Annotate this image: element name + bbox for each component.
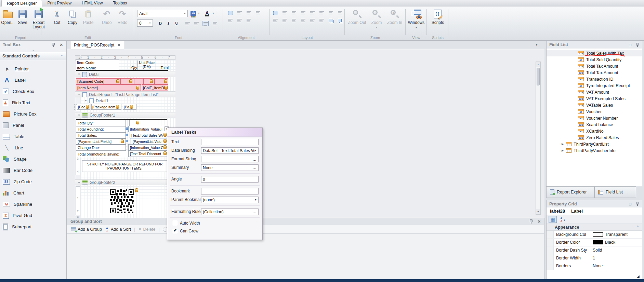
field-item-name[interactable]: [Item Name]	[76, 84, 141, 91]
windows-button[interactable]: Windows▼	[407, 9, 426, 29]
toolbox-item[interactable]: Picture Box	[0, 108, 66, 120]
header-cell-unit-price[interactable]: Unit Price(RM)	[137, 61, 156, 70]
decrease-h-spacing[interactable]	[328, 10, 334, 15]
align-middles[interactable]	[236, 18, 243, 23]
angle-input[interactable]: 0	[201, 176, 259, 183]
format-string-input[interactable]: …	[201, 156, 259, 162]
pin-icon[interactable]	[51, 43, 55, 47]
align-text-left-button[interactable]	[184, 21, 191, 26]
fit-width[interactable]	[281, 10, 288, 15]
toolbox-item[interactable]: Bar Code	[0, 165, 66, 176]
center-vertically[interactable]	[318, 18, 325, 23]
field-scanned-code[interactable]: [Scanned Code]	[76, 78, 120, 84]
footer-value[interactable]: [Text.Total Discount	[128, 150, 169, 157]
tab-list-dropdown-icon[interactable]: ▼	[535, 43, 538, 46]
selection-handle[interactable]	[126, 140, 128, 142]
property-row[interactable]: Border Width 1	[547, 254, 642, 262]
field-list-item[interactable]: 123 Xcard balance	[547, 121, 642, 128]
property-row[interactable]: Background Col Transparent	[547, 231, 642, 239]
band-collapse-icon[interactable]: ▼	[78, 73, 80, 76]
pin-icon[interactable]	[635, 202, 639, 206]
remove-v-spacing[interactable]	[300, 18, 306, 23]
field-list-item[interactable]: ab XCardNo	[547, 128, 642, 134]
align-tops[interactable]	[227, 18, 234, 23]
text-highlight-button[interactable]: ab	[190, 10, 197, 17]
scrollbar-thumb[interactable]	[537, 68, 540, 85]
fit-height[interactable]	[291, 10, 297, 15]
field-package3[interactable]: [Pa	[123, 104, 136, 110]
bold-button[interactable]: B	[157, 19, 164, 27]
align-rights[interactable]	[255, 10, 261, 15]
toolbox-item[interactable]: Zip Code	[0, 176, 66, 187]
maximize-icon[interactable]: □	[629, 202, 631, 206]
field-list-item[interactable]: 123 VAT Amount	[547, 89, 642, 95]
scroll-up-icon[interactable]: ▲	[0, 49, 66, 51]
maximize-icon[interactable]: □	[629, 43, 631, 47]
can-grow-checkbox[interactable]: ✔	[173, 229, 177, 233]
toolbox-item[interactable]: Sparkline	[0, 199, 66, 210]
field-list-item[interactable]: 123 Zero Rated Sales	[547, 134, 642, 141]
redo-button[interactable]: ↷Redo	[114, 9, 131, 25]
collapse-icon[interactable]: ^	[61, 54, 63, 58]
band-group-footer2[interactable]: ▼GroupFooter2	[75, 179, 175, 185]
toolbox-item[interactable]: Rich Text	[0, 97, 66, 108]
toolbox-item[interactable]: Table	[0, 131, 66, 142]
property-row[interactable]: Border Dash Sty Solid	[547, 246, 642, 254]
field-list-item[interactable]: ab Tyro Integrated Receipt	[547, 82, 642, 89]
footer-label[interactable]: Total Rounding:	[76, 126, 126, 132]
detail-cell[interactable]	[134, 78, 144, 84]
band-detail[interactable]: ▼Detail	[75, 71, 175, 77]
band-collapse-icon[interactable]: ▼	[78, 181, 80, 184]
font-size-combo[interactable]: 8▼	[137, 19, 153, 27]
field-list-item[interactable]: 123 Total Tax Amount	[547, 69, 642, 76]
field-list-item[interactable]: ab Transaction ID	[547, 76, 642, 82]
footer-value[interactable]: [Information_Value.T	[128, 126, 169, 132]
footer-value[interactable]: [Information_Value.C	[128, 144, 169, 151]
toolbox-item[interactable]: Pointer	[0, 63, 66, 75]
field-list-table-item[interactable]: ▶ ThirdPartyCardList	[547, 141, 642, 147]
bring-to-front[interactable]	[328, 18, 334, 23]
field-package2[interactable]: [Package Item	[91, 104, 121, 110]
toolbox-item[interactable]: Pivot Grid	[0, 210, 66, 221]
same-height[interactable]	[272, 18, 279, 23]
header-cell-qty[interactable]: Qty	[124, 66, 137, 70]
scripts-button[interactable]: { }Scripts	[428, 9, 447, 25]
header-cell-item-code[interactable]: Item Code	[76, 59, 119, 65]
property-row[interactable]: Border Color Black	[547, 239, 642, 246]
expand-icon[interactable]: ▶	[562, 143, 564, 146]
band-collapse-icon[interactable]: ▼	[78, 93, 80, 96]
document-tab-close-icon[interactable]: ✕	[117, 43, 120, 48]
toolbox-item[interactable]: Shape	[0, 153, 66, 165]
zoom-in-button[interactable]: +Zoom In	[385, 9, 404, 25]
increase-h-spacing[interactable]	[318, 10, 325, 15]
selection-handle[interactable]	[126, 127, 128, 130]
underline-button[interactable]: U	[173, 19, 180, 27]
delete-button[interactable]: ✕Delete	[138, 227, 155, 232]
toolbox-item[interactable]: Chart	[0, 187, 66, 199]
increase-v-spacing[interactable]	[281, 18, 288, 23]
bookmark-input[interactable]	[201, 188, 259, 194]
decrease-v-spacing[interactable]	[291, 18, 297, 23]
standard-controls-header[interactable]: Standard Controls ^	[0, 52, 66, 60]
expand-icon[interactable]: ▶	[562, 149, 564, 152]
categorized-view-button[interactable]: ▦	[549, 216, 557, 223]
ellipsis-button[interactable]: …	[252, 165, 257, 170]
field-list-item[interactable]: 123 Total Tax Amount	[547, 63, 642, 69]
category-appearance[interactable]: Appearance ^	[547, 224, 642, 231]
italic-button[interactable]: I	[165, 19, 172, 27]
auto-width-checkbox[interactable]	[173, 221, 177, 225]
scroll-corner-icon[interactable]: ◢	[637, 274, 640, 278]
remove-h-spacing[interactable]	[337, 10, 343, 15]
toolbox-item[interactable]: Line	[0, 142, 66, 153]
summary-input[interactable]: None…	[201, 164, 259, 171]
collapse-icon[interactable]: ^	[637, 225, 639, 229]
tab-field-list[interactable]: Field List	[594, 186, 636, 198]
ellipsis-button[interactable]: …	[252, 157, 257, 162]
detail-cell[interactable]	[144, 78, 155, 84]
same-width[interactable]	[309, 10, 316, 15]
field-list-item[interactable]: ab Total Sold Quantity	[547, 56, 642, 63]
add-sort-button[interactable]: AZAdd a Sort	[105, 227, 131, 232]
band-group-footer1[interactable]: ▼GroupFooter1	[75, 112, 175, 118]
property-row[interactable]: Borders None	[547, 262, 642, 270]
zoom-out-button[interactable]: −Zoom Out	[347, 9, 367, 25]
